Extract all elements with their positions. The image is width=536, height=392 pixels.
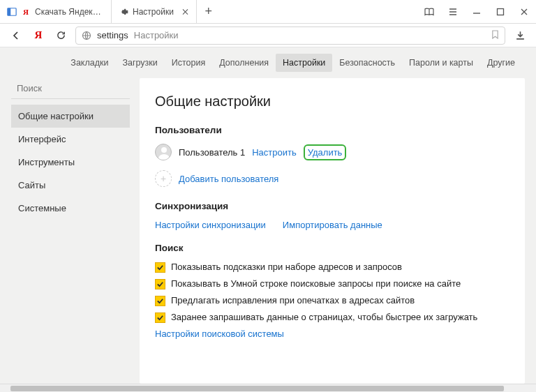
search-heading: Поиск	[155, 243, 509, 253]
page-title: Общие настройки	[155, 93, 509, 110]
settings-top-nav: Закладки Загрузки История Дополнения Нас…	[0, 47, 536, 78]
globe-icon	[82, 31, 91, 40]
sidebar-item-tools[interactable]: Инструменты	[11, 151, 130, 174]
address-bar: Я settings Настройки	[0, 24, 536, 47]
checkbox-label: Показывать подсказки при наборе адресов …	[171, 262, 402, 272]
sidebar-item-system[interactable]: Системные	[11, 197, 130, 220]
nav-settings[interactable]: Настройки	[276, 54, 332, 72]
maximize-button[interactable]	[489, 0, 512, 24]
nav-other[interactable]: Другие	[480, 54, 522, 72]
tab-bar: Я Скачать Яндекс.Браузер д... Настройки …	[0, 0, 536, 24]
plus-icon: +	[155, 170, 172, 187]
search-section: Поиск Показывать подсказки при наборе ад…	[155, 243, 509, 339]
new-tab-button[interactable]: +	[197, 0, 221, 23]
nav-downloads[interactable]: Загрузки	[115, 54, 164, 72]
bookmark-icon[interactable]	[491, 30, 499, 41]
tab-label: Настройки	[133, 7, 174, 17]
settings-sidebar: Общие настройки Интерфейс Инструменты Са…	[11, 78, 130, 384]
sidebar-item-interface[interactable]: Интерфейс	[11, 128, 130, 151]
svg-rect-1	[8, 8, 10, 15]
tab-label: Скачать Яндекс.Браузер д...	[35, 7, 104, 17]
checkbox-suggestions[interactable]	[155, 262, 165, 273]
avatar	[155, 144, 172, 160]
checkbox-label: Заранее запрашивать данные о страницах, …	[171, 312, 477, 322]
checkbox-typos[interactable]	[155, 296, 165, 306]
back-button[interactable]	[8, 28, 24, 43]
users-section: Пользователи Пользователь 1 Настроить Уд…	[155, 125, 509, 187]
sync-settings-link[interactable]: Настройки синхронизации	[155, 220, 266, 230]
downloads-button[interactable]	[512, 28, 528, 43]
minimize-button[interactable]	[465, 0, 489, 24]
settings-search-input[interactable]	[11, 78, 130, 99]
sync-section: Синхронизация Настройки синхронизации Им…	[155, 201, 509, 230]
nav-passwords[interactable]: Пароли и карты	[402, 54, 480, 72]
nav-history[interactable]: История	[165, 54, 212, 72]
checkbox-label: Показывать в Умной строке поисковые запр…	[171, 278, 461, 289]
svg-rect-2	[498, 8, 504, 15]
menu-button[interactable]	[441, 0, 465, 24]
tab-settings[interactable]: Настройки	[112, 0, 197, 23]
yandex-home-button[interactable]: Я	[31, 28, 46, 43]
search-engine-settings-link[interactable]: Настройки поисковой системы	[155, 329, 284, 339]
reload-button[interactable]	[53, 28, 68, 43]
sidebar-item-sites[interactable]: Сайты	[11, 174, 130, 197]
settings-main-panel: Общие настройки Пользователи Пользовател…	[140, 78, 525, 384]
checkbox-smartbar[interactable]	[155, 279, 165, 289]
address-path: settings	[97, 30, 128, 40]
add-user-row[interactable]: + Добавить пользователя	[155, 170, 509, 187]
user-row: Пользователь 1 Настроить Удалить	[155, 144, 509, 160]
checkbox-row: Показывать в Умной строке поисковые запр…	[155, 278, 509, 289]
user-configure-link[interactable]: Настроить	[252, 147, 297, 158]
scrollbar-thumb[interactable]	[10, 386, 504, 391]
nav-security[interactable]: Безопасность	[332, 54, 402, 72]
nav-addons[interactable]: Дополнения	[212, 54, 276, 72]
close-window-button[interactable]	[512, 0, 536, 24]
checkbox-label: Предлагать исправления при опечатках в а…	[171, 295, 415, 306]
user-name: Пользователь 1	[179, 147, 245, 158]
horizontal-scrollbar[interactable]	[0, 384, 536, 392]
sidebar-list: Общие настройки Интерфейс Инструменты Са…	[11, 105, 130, 220]
address-title: Настройки	[134, 30, 179, 40]
user-delete-link[interactable]: Удалить	[304, 144, 347, 160]
checkbox-prefetch[interactable]	[155, 312, 165, 323]
reader-mode-button[interactable]	[417, 0, 441, 24]
users-heading: Пользователи	[155, 125, 509, 135]
close-icon[interactable]	[182, 8, 189, 15]
tab-other-site[interactable]: Я Скачать Яндекс.Браузер д...	[0, 0, 112, 23]
gear-icon	[119, 7, 128, 17]
window-controls	[417, 0, 536, 23]
sidebar-item-general[interactable]: Общие настройки	[11, 105, 130, 128]
nav-bookmarks[interactable]: Закладки	[64, 54, 115, 72]
checkbox-row: Заранее запрашивать данные о страницах, …	[155, 312, 509, 323]
import-data-link[interactable]: Импортировать данные	[283, 220, 382, 230]
sidebar-dock-icon	[7, 7, 17, 17]
checkbox-row: Показывать подсказки при наборе адресов …	[155, 262, 509, 273]
address-field[interactable]: settings Настройки	[75, 27, 505, 45]
sync-heading: Синхронизация	[155, 201, 509, 211]
yandex-favicon: Я	[21, 7, 31, 17]
checkbox-row: Предлагать исправления при опечатках в а…	[155, 295, 509, 306]
add-user-link: Добавить пользователя	[179, 174, 278, 184]
content-area: Общие настройки Интерфейс Инструменты Са…	[0, 78, 536, 384]
